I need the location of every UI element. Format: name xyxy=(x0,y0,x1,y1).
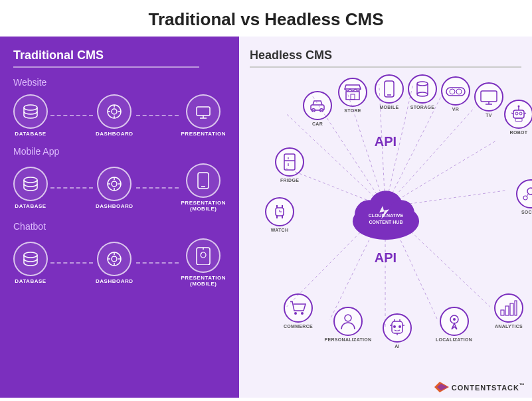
website-db-group: DATABASE xyxy=(13,94,48,137)
mobile-flow: DATABASE DASHBOARD PRESENTATION (MOBILE) xyxy=(13,163,226,212)
chatbot-db-group: DATABASE xyxy=(13,242,48,284)
svg-text:CONTENT HUB: CONTENT HUB xyxy=(369,220,402,224)
robot-label: ROBOT xyxy=(510,130,528,135)
svg-point-0 xyxy=(24,105,37,110)
svg-point-10 xyxy=(24,177,37,183)
svg-point-94 xyxy=(301,312,304,315)
dashboard-label-1: DASHBOARD xyxy=(96,131,133,137)
svg-point-68 xyxy=(450,89,455,94)
svg-point-98 xyxy=(399,325,401,328)
website-label: Website xyxy=(13,77,226,88)
dashboard-label-3: DASHBOARD xyxy=(96,278,133,284)
store-label: STORE xyxy=(344,108,361,113)
svg-point-28 xyxy=(201,253,202,254)
dashboard-icon-3 xyxy=(97,242,132,276)
ai-label: AI xyxy=(395,344,400,349)
svg-point-105 xyxy=(453,318,456,321)
footer: CONTENTSTACK™ xyxy=(434,382,525,392)
commerce-icon xyxy=(284,293,313,323)
svg-point-21 xyxy=(112,256,117,262)
chatbot-section: Chatbot DATABASE DASHBOARD xyxy=(13,221,226,287)
analytics-icon xyxy=(494,293,523,323)
dash-line-3 xyxy=(50,187,93,189)
api-top-label: API xyxy=(375,134,397,149)
localization-icon xyxy=(440,307,469,336)
svg-point-95 xyxy=(345,315,351,321)
presentation-icon-1 xyxy=(186,94,221,129)
fridge-label: FRIDGE xyxy=(280,178,299,183)
website-pres-group: PRESENTATION xyxy=(181,94,226,137)
chatbot-pres-group: PRESENTATION (MOBILE) xyxy=(181,238,226,287)
hub-area: API CLOUD-NATIVE CONTENT HUB API xyxy=(250,74,521,353)
mobile-label: Mobile App xyxy=(13,146,226,157)
svg-line-91 xyxy=(527,193,529,197)
dashboard-label-2: DASHBOARD xyxy=(96,203,133,209)
svg-rect-107 xyxy=(505,306,509,315)
database-label-2: DATABASE xyxy=(15,203,46,209)
social-label: SOCIAL xyxy=(521,210,532,214)
vr-icon xyxy=(441,76,470,106)
svg-rect-26 xyxy=(197,248,210,265)
svg-point-88 xyxy=(527,188,532,195)
analytics-label: ANALYTICS xyxy=(495,324,523,329)
chatbot-label: Chatbot xyxy=(13,221,226,232)
robot-icon xyxy=(504,100,532,129)
dash-line-4 xyxy=(136,187,179,189)
svg-rect-106 xyxy=(501,310,504,315)
svg-rect-109 xyxy=(515,301,517,315)
right-panel: Headless CMS xyxy=(239,37,532,398)
watch-label: WATCH xyxy=(271,228,289,232)
fridge-peripheral: FRIDGE xyxy=(270,147,310,183)
dashboard-icon-2 xyxy=(97,167,132,201)
right-title: Headless CMS xyxy=(250,48,521,62)
mobile-icon-top xyxy=(375,74,404,104)
svg-rect-60 xyxy=(351,94,355,100)
watch-peripheral: WATCH xyxy=(260,197,300,232)
commerce-label: COMMERCE xyxy=(284,324,313,329)
svg-point-64 xyxy=(417,92,428,96)
main-title: Traditional vs Headless CMS xyxy=(0,0,532,37)
chatbot-pres-label: PRESENTATION (MOBILE) xyxy=(181,275,226,287)
personalization-peripheral: PERSONALIZATION xyxy=(321,307,375,342)
svg-text:CLOUD-NATIVE: CLOUD-NATIVE xyxy=(368,213,403,218)
svg-point-76 xyxy=(519,112,522,115)
ai-peripheral: AI xyxy=(377,313,417,349)
svg-point-97 xyxy=(393,325,396,328)
social-icon xyxy=(516,179,532,208)
car-label: CAR xyxy=(312,121,323,126)
tv-label: TV xyxy=(486,113,492,118)
website-section: Website DATABASE DASHBOARD xyxy=(13,77,226,137)
vr-label: VR xyxy=(452,107,459,112)
website-flow: DATABASE DASHBOARD PRESENTATION xyxy=(13,94,226,137)
presentation-icon-2 xyxy=(186,163,221,198)
left-title: Traditional CMS xyxy=(13,48,226,62)
center-hub: CLOUD-NATIVE CONTENT HUB xyxy=(343,183,429,242)
right-divider xyxy=(250,66,521,68)
website-dash-group: DASHBOARD xyxy=(96,94,133,137)
database-icon-2 xyxy=(13,167,48,201)
dashboard-icon-1 xyxy=(97,94,132,129)
left-divider xyxy=(13,66,199,68)
store-peripheral: STORE xyxy=(333,78,373,113)
contentstack-logo-icon xyxy=(434,382,449,392)
presentation-label-1: PRESENTATION xyxy=(181,131,226,137)
dash-line-6 xyxy=(136,262,179,264)
storage-icon xyxy=(408,74,437,104)
social-peripheral: SOCIAL xyxy=(511,179,532,214)
commerce-peripheral: COMMERCE xyxy=(275,293,321,329)
svg-point-78 xyxy=(518,106,520,108)
mobile-label-top: MOBILE xyxy=(379,105,399,110)
database-icon-1 xyxy=(13,94,48,129)
chatbot-icon xyxy=(186,238,221,273)
dash-line-1 xyxy=(50,115,93,116)
database-icon-3 xyxy=(13,242,48,276)
storage-label: STORAGE xyxy=(410,105,435,110)
dash-line-5 xyxy=(50,262,93,264)
svg-point-93 xyxy=(294,312,297,315)
localization-peripheral: LOCALIZATION xyxy=(429,307,479,342)
ai-icon xyxy=(383,313,412,343)
svg-point-63 xyxy=(417,82,428,86)
svg-rect-70 xyxy=(481,91,497,102)
svg-rect-7 xyxy=(197,107,210,116)
svg-rect-67 xyxy=(446,88,465,96)
